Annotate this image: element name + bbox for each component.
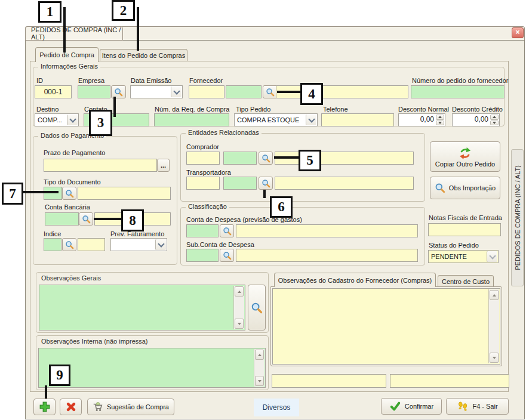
tab-itens-do-pedido[interactable]: Itens do Pedido de Compras [100,49,187,61]
footer-field-right[interactable] [390,374,509,388]
scrollbar[interactable] [488,289,499,363]
conta-bancaria-code-field[interactable] [45,212,79,226]
comprador-code-field[interactable] [186,152,220,165]
transportadora-code-field[interactable] [186,177,220,190]
search-icon [435,183,445,193]
conta-despesa-name-field[interactable] [236,224,418,237]
chevron-down-icon[interactable] [171,87,182,97]
comprador-alt-field[interactable] [223,152,257,165]
observacoes-gerais-textarea[interactable] [39,285,245,331]
callout-4-line [277,91,301,93]
desconto-credito-spinner[interactable]: 0,00 [452,113,500,126]
add-button[interactable] [33,399,56,415]
confirmar-button[interactable]: Confirmar [381,398,442,415]
footer-field-left[interactable] [272,374,386,388]
callout-1: 1 [38,1,61,23]
indice-code-field[interactable] [44,238,61,251]
tipo-documento-name-field[interactable] [78,187,171,200]
sub-conta-search-button[interactable] [220,249,234,262]
comprador-search-button[interactable] [259,152,273,165]
chevron-down-icon[interactable] [67,115,78,125]
conta-despesa-search-button[interactable] [220,224,234,237]
spin-down-icon[interactable] [436,121,444,126]
tab-pedido-label: Pedido de Compra [39,51,94,58]
scroll-down-icon[interactable] [235,319,244,329]
scroll-up-icon[interactable] [255,350,264,360]
copiar-outro-pedido-button[interactable]: Copiar Outro Pedido [430,141,500,172]
scroll-down-icon[interactable] [255,376,264,386]
close-button[interactable]: × [512,27,524,38]
status-pedido-combo[interactable]: PENDENTE [428,250,499,263]
indice-search-button[interactable] [62,238,76,251]
num-req-compra-field[interactable] [154,113,229,126]
callout-8-line [94,218,121,220]
numero-pedido-fornecedor-field[interactable] [411,85,505,98]
observacoes-fornecedor-textarea[interactable] [272,288,500,365]
scroll-up-icon[interactable] [490,290,499,300]
data-emissao-combo[interactable] [130,85,183,98]
cancel-button[interactable] [60,399,82,415]
tipo-pedido-combo[interactable]: COMPRA ESTOQUE [234,113,318,126]
footprints-icon [457,400,469,412]
callout-2-line [137,7,139,51]
status-pedido-label: Status do Pedido [429,242,479,249]
observacoes-gerais-search-button[interactable] [248,285,266,331]
tipo-pedido-value: COMPRA ESTOQUE [237,116,299,123]
conta-despesa-code-field[interactable] [186,224,219,237]
prev-faturamento-combo[interactable] [110,238,167,251]
tab-observacoes-fornecedor[interactable]: Observações do Cadastro do Fornecedor (C… [274,273,436,287]
tab-centro-de-custo-label: Centro de Custo [442,278,490,285]
chevron-down-icon[interactable] [155,239,166,250]
copy-arrows-icon [459,147,472,159]
tab-pedido-de-compra[interactable]: Pedido de Compra [35,47,99,62]
data-emissao-label: Data Emissão [131,77,171,84]
observacoes-interna-textarea[interactable] [38,348,266,388]
group-entidades-title: Entidades Relacionadas [186,129,262,136]
screenshot-root: PEDIDOS DE COMPRA (INC / ALT) × PEDIDOS … [0,0,526,420]
scroll-down-icon[interactable] [490,353,499,363]
id-field[interactable] [35,85,72,98]
destino-combo[interactable]: COMP... [35,113,79,126]
x-icon [66,402,76,412]
sugestao-compra-button[interactable]: Sugestão de Compra [87,399,174,415]
tab-centro-de-custo[interactable]: Centro de Custo [438,275,494,287]
indice-value-field[interactable] [78,238,105,251]
side-vertical-tab[interactable]: PEDIDOS DE COMPRA (INC / ALT) [511,149,524,286]
scrollbar[interactable] [254,349,264,387]
window-title-tab[interactable]: PEDIDOS DE COMPRA (INC / ALT) [25,26,123,41]
fornecedor-alt-field[interactable] [226,85,262,98]
callout-9-line [45,385,47,399]
transportadora-alt-field[interactable] [223,177,257,190]
sub-conta-name-field[interactable] [236,249,418,262]
prazo-browse-button[interactable]: ... [157,159,170,172]
empresa-field[interactable] [78,85,110,98]
scrollbar[interactable] [233,286,244,329]
callout-5-line [274,156,299,159]
tipo-pedido-label: Tipo Pedido [236,106,270,113]
notas-fiscais-field[interactable] [428,223,501,236]
callout-4: 4 [300,83,323,105]
desconto-credito-value: 0,00 [453,114,490,126]
search-icon [223,251,232,260]
fornecedor-code-field[interactable] [189,85,224,98]
scroll-up-icon[interactable] [235,286,244,297]
tipo-documento-code-field[interactable] [44,187,62,200]
sub-conta-code-field[interactable] [186,249,219,262]
transportadora-search-button[interactable] [259,177,273,190]
chevron-down-icon[interactable] [487,251,497,262]
tipo-documento-search-button[interactable] [62,187,76,200]
spin-up-icon[interactable] [490,115,499,120]
desconto-normal-spinner[interactable]: 0,00 [398,113,445,126]
transportadora-name-field[interactable] [275,177,414,190]
spin-down-icon[interactable] [490,121,499,126]
search-icon [262,154,270,163]
group-classificacao-title: Classificação [186,203,229,210]
search-icon [82,215,91,224]
chevron-down-icon[interactable] [306,115,316,125]
conta-bancaria-search-button[interactable] [79,212,93,226]
sair-button[interactable]: F4 - Sair [446,398,509,415]
prazo-pagamento-field[interactable] [44,159,157,172]
obs-importacao-button[interactable]: Obs Importação [430,177,500,199]
spin-up-icon[interactable] [436,115,444,120]
telefone-field[interactable] [321,113,394,126]
